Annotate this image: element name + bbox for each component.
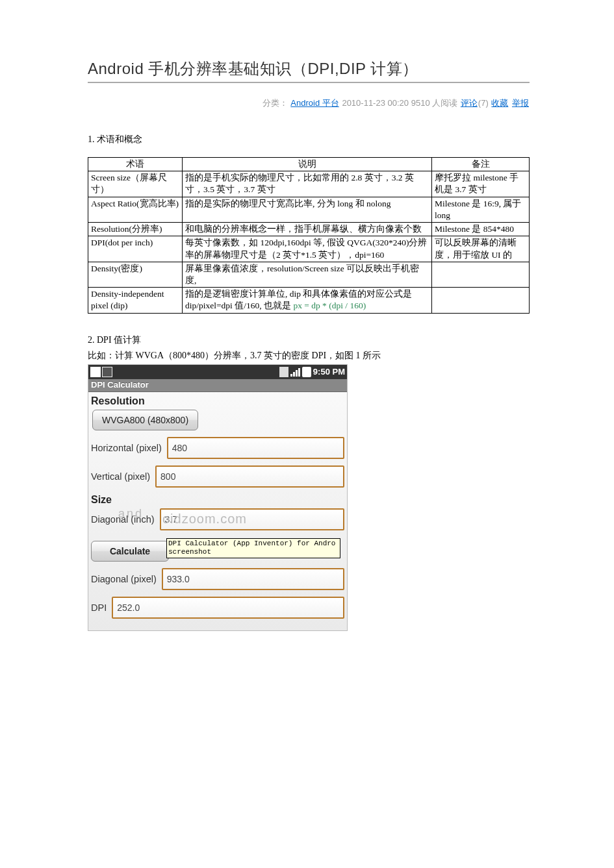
th-desc: 说明 xyxy=(183,158,432,171)
cell-note xyxy=(432,288,530,313)
table-row: DPI(dot per inch) 每英寸像素数，如 120dpi,160dpi… xyxy=(88,236,530,262)
comments-count: (7) xyxy=(478,98,489,108)
status-bar: 9:50 PM xyxy=(88,365,347,379)
diagonal-pixel-output: 933.0 xyxy=(162,568,344,590)
status-time: 9:50 PM xyxy=(313,367,345,377)
th-note: 备注 xyxy=(432,158,530,171)
horizontal-label: Horizontal (pixel) xyxy=(91,443,162,453)
cell-desc: 屏幕里像素值浓度，resolution/Screen size 可以反映出手机密… xyxy=(183,262,432,287)
vertical-input[interactable]: 800 xyxy=(155,465,344,488)
debug-icon xyxy=(102,367,112,377)
cell-desc: 指的是实际的物理尺寸宽高比率, 分为 long 和 nolong xyxy=(183,197,432,222)
vertical-label: Vertical (pixel) xyxy=(91,471,150,482)
resolution-select-button[interactable]: WVGA800 (480x800) xyxy=(92,410,198,430)
table-row: Aspect Ratio(宽高比率) 指的是实际的物理尺寸宽高比率, 分为 lo… xyxy=(88,197,530,222)
formula-text: px = dp * (dpi / 160) xyxy=(293,301,366,310)
table-row: Density(密度) 屏幕里像素值浓度，resolution/Screen s… xyxy=(88,262,530,287)
cell-desc: 指的是逻辑密度计算单位, dip 和具体像素值的对应公式是 dip/pixel=… xyxy=(183,288,432,313)
cell-note: 可以反映屏幕的清晰度，用于缩放 UI 的 xyxy=(432,236,530,262)
cell-desc: 和电脑的分辨率概念一样，指手机屏幕纵、横方向像素个数 xyxy=(183,223,432,236)
diagonal-pixel-label: Diagonal (pixel) xyxy=(91,574,157,584)
cell-desc: 指的是手机实际的物理尺寸，比如常用的 2.8 英寸，3.2 英寸，3.5 英寸，… xyxy=(183,171,432,197)
cell-note xyxy=(432,262,530,287)
dpi-output: 252.0 xyxy=(112,597,344,619)
diagonal-inch-label: Diagonal (inch) xyxy=(91,514,155,525)
horizontal-input[interactable]: 480 xyxy=(167,437,344,459)
cell-term: Aspect Ratio(宽高比率) xyxy=(88,197,183,222)
cell-note: 摩托罗拉 milestone 手机是 3.7 英寸 xyxy=(432,171,530,197)
read-count: 9510 人阅读 xyxy=(411,98,458,108)
signal-icon xyxy=(290,367,300,377)
table-header-row: 术语 说明 备注 xyxy=(88,158,530,171)
cell-note: Milestone 是 854*480 xyxy=(432,223,530,236)
app-title-bar: DPI Calculator xyxy=(88,379,347,392)
table-row: Screen size（屏幕尺寸） 指的是手机实际的物理尺寸，比如常用的 2.8… xyxy=(88,171,530,197)
cell-desc: 每英寸像素数，如 120dpi,160dpi 等, 假设 QVGA(320*24… xyxy=(183,236,432,262)
cell-term: Screen size（屏幕尺寸） xyxy=(88,171,183,197)
category-link[interactable]: Android 平台 xyxy=(290,98,339,108)
dpi-calculator-screenshot: 9:50 PM DPI Calculator Resolution WVGA80… xyxy=(88,364,348,631)
terminology-table: 术语 说明 备注 Screen size（屏幕尺寸） 指的是手机实际的物理尺寸，… xyxy=(88,157,530,314)
cell-term: Resolution(分辨率) xyxy=(88,223,183,236)
page-title: Android 手机分辨率基础知识（DPI,DIP 计算） xyxy=(88,58,530,83)
section-2-title: 2. DPI 值计算 xyxy=(88,334,530,346)
cell-term: DPI(dot per inch) xyxy=(88,236,183,262)
table-row: Density-independent pixel (dip) 指的是逻辑密度计… xyxy=(88,288,530,313)
group-size-label: Size xyxy=(91,494,344,506)
post-datetime: 2010-11-23 00:20 xyxy=(342,98,409,108)
category-label: 分类： xyxy=(262,98,288,108)
usb-icon xyxy=(90,367,101,377)
calculate-button[interactable]: Calculate xyxy=(91,541,169,562)
comments-link[interactable]: 评论 xyxy=(461,98,478,108)
cell-term: Density-independent pixel (dip) xyxy=(88,288,183,313)
cell-term: Density(密度) xyxy=(88,262,183,287)
group-resolution-label: Resolution xyxy=(91,395,344,407)
dpi-label: DPI xyxy=(91,602,107,613)
cell-note: Milestone 是 16:9, 属于 long xyxy=(432,197,530,222)
sdcard-icon xyxy=(279,367,288,377)
post-meta: 分类： Android 平台 2010-11-23 00:20 9510 人阅读… xyxy=(88,97,530,109)
section-2-example: 比如：计算 WVGA（800*480）分辨率，3.7 英寸的密度 DPI，如图 … xyxy=(88,350,530,362)
table-row: Resolution(分辨率) 和电脑的分辨率概念一样，指手机屏幕纵、横方向像素… xyxy=(88,223,530,236)
section-1-title: 1. 术语和概念 xyxy=(88,134,530,145)
screenshot-tooltip: DPI Calculator (App Inventor) for Andro … xyxy=(166,538,340,559)
th-term: 术语 xyxy=(88,158,183,171)
diagonal-inch-input[interactable]: 3.7 xyxy=(160,508,344,530)
report-link[interactable]: 举报 xyxy=(512,98,529,108)
favorite-link[interactable]: 收藏 xyxy=(491,98,508,108)
battery-icon xyxy=(302,367,311,377)
